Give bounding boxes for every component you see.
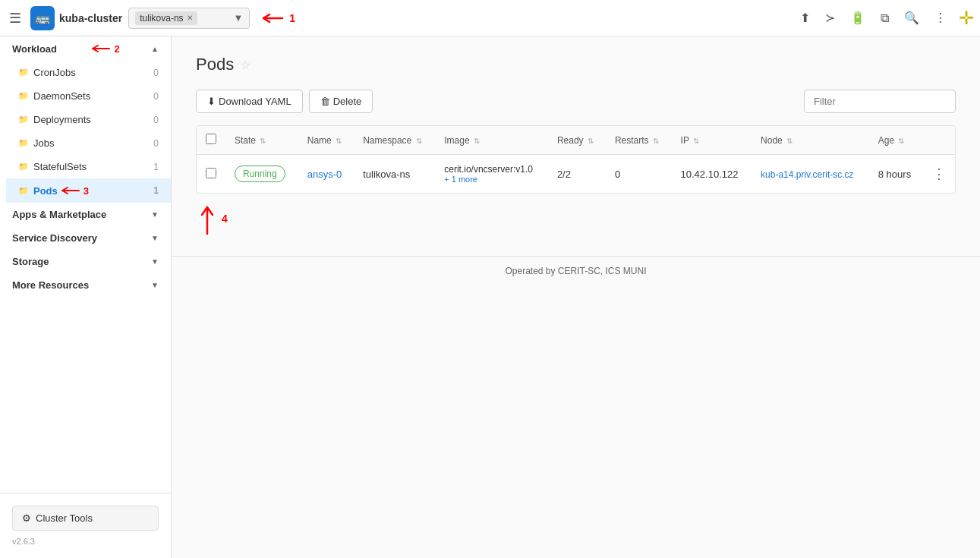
cronjobs-count: 0 — [153, 68, 159, 78]
version-label: v2.6.3 — [12, 537, 159, 546]
gear-icon: ⚙ — [22, 512, 31, 524]
name-sort-icon[interactable]: ⇅ — [336, 137, 342, 145]
pods-table-container: State ⇅ Name ⇅ Namespace ⇅ Image ⇅ Ready… — [196, 125, 956, 194]
main-content: Pods ☆ ⬇ Download YAML 🗑 Delete — [172, 36, 980, 558]
pods-table: State ⇅ Name ⇅ Namespace ⇅ Image ⇅ Ready… — [197, 126, 955, 193]
topbar: ☰ 🚌 kuba-cluster tulikova-ns ✕ ▼ 1 ⬆ ≻ 🔋… — [0, 0, 980, 36]
namespace-close-icon[interactable]: ✕ — [187, 14, 193, 22]
node-link[interactable]: kub-a14.priv.cerit-sc.cz — [761, 169, 853, 180]
copy-icon[interactable]: ⧉ — [878, 8, 892, 28]
apps-marketplace-label: Apps & Marketplace — [12, 209, 106, 220]
cluster-tools-button[interactable]: ⚙ Cluster Tools — [12, 506, 159, 531]
storage-chevron-icon: ▼ — [151, 257, 159, 266]
sidebar-section-service-discovery[interactable]: Service Discovery ▼ — [0, 226, 171, 250]
pods-label: Pods — [33, 185, 58, 197]
download-yaml-button[interactable]: ⬇ Download YAML — [196, 90, 303, 113]
sidebar-item-jobs[interactable]: 📁 Jobs 0 — [6, 131, 171, 155]
select-all-checkbox[interactable] — [206, 134, 216, 144]
ns-sort-icon[interactable]: ⇅ — [416, 137, 422, 145]
footer-text: Operated by CERIT-SC, ICS MUNI — [505, 266, 646, 276]
cluster-name: kuba-cluster — [59, 12, 122, 24]
folder-icon: 📁 — [18, 115, 29, 125]
sidebar-section-more-resources[interactable]: More Resources ▼ — [0, 273, 171, 297]
delete-label: Delete — [333, 96, 362, 107]
more-icon[interactable]: ⋮ — [931, 8, 950, 28]
logo-icon: 🚌 — [30, 6, 55, 30]
sidebar-section-storage[interactable]: Storage ▼ — [0, 250, 171, 273]
sidebar-workload-items: 📁 CronJobs 0 📁 DaemonSets 0 📁 Deployment… — [0, 61, 171, 203]
folder-icon: 📁 — [18, 162, 29, 172]
storage-label: Storage — [12, 256, 49, 267]
col-ready: Ready ⇅ — [548, 126, 606, 155]
sidebar-section-workload[interactable]: Workload 2 ▲ — [0, 36, 171, 61]
statefulsets-label: StatefulSets — [33, 161, 87, 172]
pods-table-body: Running ansys-0 tulikova-ns cerit.io/vnc… — [197, 155, 955, 194]
daemonsets-count: 0 — [153, 91, 159, 102]
restarts-sort-icon[interactable]: ⇅ — [653, 137, 659, 145]
state-sort-icon[interactable]: ⇅ — [260, 137, 266, 145]
col-age: Age ⇅ — [869, 126, 923, 155]
deployments-count: 0 — [153, 115, 159, 125]
col-ip: IP ⇅ — [672, 126, 752, 155]
image-more-link[interactable]: + 1 more — [444, 175, 539, 184]
logo-area: 🚌 kuba-cluster — [30, 6, 122, 30]
row-node: kub-a14.priv.cerit-sc.cz — [752, 155, 869, 194]
col-restarts: Restarts ⇅ — [606, 126, 672, 155]
add-icon[interactable]: ✛ — [959, 8, 974, 29]
sidebar-footer: ⚙ Cluster Tools v2.6.3 — [0, 493, 171, 558]
age-sort-icon[interactable]: ⇅ — [898, 137, 904, 145]
delete-button[interactable]: 🗑 Delete — [309, 90, 373, 113]
footer: Operated by CERIT-SC, ICS MUNI — [172, 256, 980, 285]
jobs-count: 0 — [153, 138, 159, 149]
sidebar-item-statefulsets[interactable]: 📁 StatefulSets 1 — [6, 155, 171, 178]
topbar-actions: ⬆ ≻ 🔋 ⧉ 🔍 ⋮ ✛ — [797, 8, 974, 29]
row-checkbox[interactable] — [206, 168, 216, 178]
col-namespace: Namespace ⇅ — [354, 126, 435, 155]
pod-name-link[interactable]: ansys-0 — [307, 169, 342, 180]
sidebar: Workload 2 ▲ 📁 CronJobs 0 📁 DaemonSets 0 — [0, 36, 172, 558]
page-title: Pods — [196, 55, 234, 74]
row-more-icon[interactable]: ⋮ — [932, 166, 946, 181]
workload-chevron-icon: ▲ — [151, 45, 159, 53]
page-title-row: Pods ☆ — [196, 55, 956, 74]
sidebar-item-deployments[interactable]: 📁 Deployments 0 — [6, 108, 171, 131]
sidebar-item-cronjobs[interactable]: 📁 CronJobs 0 — [6, 61, 171, 84]
service-discovery-label: Service Discovery — [12, 232, 97, 244]
folder-icon: 📁 — [18, 68, 29, 77]
row-age: 8 hours — [869, 155, 923, 194]
deployments-label: Deployments — [33, 114, 91, 125]
namespace-label: tulikova-ns — [140, 13, 183, 24]
battery-icon[interactable]: 🔋 — [847, 8, 868, 28]
sidebar-section-apps[interactable]: Apps & Marketplace ▼ — [0, 203, 171, 226]
namespace-dropdown-icon[interactable]: ▼ — [233, 12, 243, 24]
menu-icon[interactable]: ☰ — [6, 7, 24, 30]
folder-icon-active: 📁 — [18, 186, 29, 196]
row-ip: 10.42.10.122 — [672, 155, 752, 194]
sidebar-item-daemonsets[interactable]: 📁 DaemonSets 0 — [6, 84, 171, 108]
row-state: Running — [225, 155, 298, 194]
namespace-tag: tulikova-ns ✕ — [135, 11, 197, 25]
image-sort-icon[interactable]: ⇅ — [474, 137, 480, 145]
namespace-selector[interactable]: tulikova-ns ✕ ▼ — [128, 8, 250, 29]
row-ready: 2/2 — [548, 155, 606, 194]
annotation-2: 2 — [88, 43, 119, 55]
service-discovery-chevron-icon: ▼ — [151, 234, 159, 242]
annotation-1: 1 — [256, 11, 295, 26]
favorite-star-icon[interactable]: ☆ — [240, 58, 251, 72]
cronjobs-label: CronJobs — [33, 67, 76, 78]
statefulsets-count: 1 — [153, 162, 159, 172]
upload-icon[interactable]: ⬆ — [797, 8, 813, 28]
folder-icon: 📁 — [18, 91, 29, 101]
col-name: Name ⇅ — [298, 126, 354, 155]
node-sort-icon[interactable]: ⇅ — [786, 137, 793, 145]
col-node: Node ⇅ — [752, 126, 869, 155]
terminal-icon[interactable]: ≻ — [822, 8, 838, 28]
download-icon: ⬇ — [207, 96, 216, 107]
search-icon[interactable]: 🔍 — [901, 8, 922, 28]
image-text: cerit.io/vncserver:v1.0 — [444, 164, 539, 175]
sidebar-item-pods[interactable]: 📁 Pods 3 1 — [6, 178, 171, 203]
filter-input[interactable] — [804, 90, 956, 113]
ready-sort-icon[interactable]: ⇅ — [588, 137, 594, 145]
ip-sort-icon[interactable]: ⇅ — [693, 137, 699, 145]
table-header: State ⇅ Name ⇅ Namespace ⇅ Image ⇅ Ready… — [197, 126, 955, 155]
